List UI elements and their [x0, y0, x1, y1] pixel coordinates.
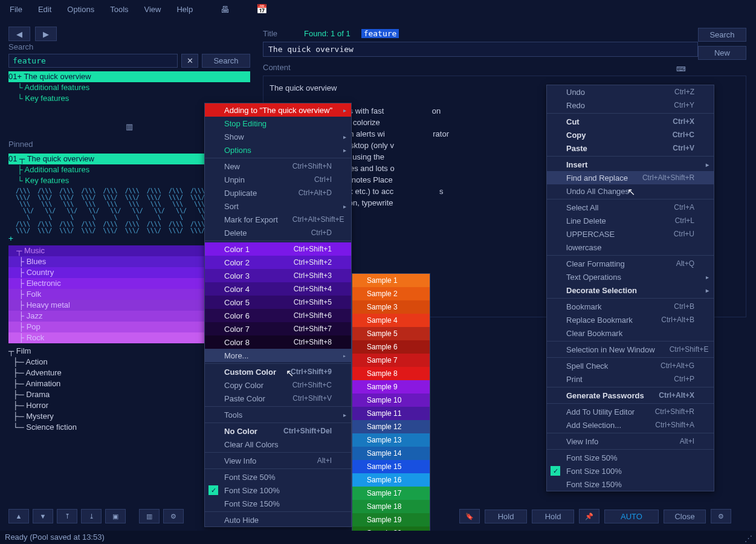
menu-color-item[interactable]: Color 4Ctrl+Shift+4 [205, 282, 351, 296]
hold-button-2[interactable]: Hold [532, 510, 574, 523]
menu-item[interactable]: BookmarkCtrl+B [547, 300, 714, 313]
new-button[interactable]: New [698, 46, 746, 60]
menu-color-item[interactable]: Color 3Ctrl+Shift+3 [205, 269, 351, 282]
sample-swatch[interactable]: Sample 14 [352, 447, 430, 460]
menu-item[interactable]: Custom ColorCtrl+Shift+9 [205, 365, 351, 378]
menu-color-item[interactable]: Color 1Ctrl+Shift+1 [205, 242, 351, 256]
menu-color-item[interactable]: Color 5Ctrl+Shift+5 [205, 296, 351, 309]
menu-stop-editing[interactable]: Stop Editing [205, 117, 351, 130]
sample-swatch[interactable]: Sample 16 [352, 473, 430, 487]
menu-item[interactable]: Generate PasswordsCtrl+Alt+X [547, 389, 714, 402]
menu-view[interactable]: View [137, 2, 169, 16]
menu-item[interactable]: Clear FormattingAlt+Q [547, 257, 714, 270]
keyboard-icon[interactable]: ⌨ [676, 65, 686, 73]
move-down-button[interactable]: ▼ [33, 509, 53, 523]
menu-item[interactable]: UPPERCASECtrl+U [547, 227, 714, 241]
sort-asc-button[interactable]: ⤒ [57, 509, 77, 523]
title-input[interactable] [263, 42, 698, 57]
menu-item[interactable]: RedoCtrl+Y [547, 99, 714, 112]
menu-item[interactable]: Selection in New WindowCtrl+Shift+E [547, 343, 714, 356]
sample-swatch[interactable]: Sample 1 [352, 274, 430, 287]
menu-item[interactable]: ✓Font Size 100% [205, 484, 351, 497]
search-button[interactable]: Search [202, 54, 250, 68]
menu-file[interactable]: File [2, 2, 30, 16]
menu-item[interactable]: Font Size 150% [205, 497, 351, 510]
close-button[interactable]: Close [664, 510, 706, 523]
menu-item[interactable]: Line DeleteCtrl+L [547, 214, 714, 227]
sample-swatch[interactable]: Sample 10 [352, 393, 430, 407]
menu-item[interactable]: Add To Utility EditorCtrl+Shift+R [547, 405, 714, 418]
menu-color-item[interactable]: Color 7Ctrl+Shift+7 [205, 322, 351, 335]
settings2-icon[interactable]: ⚙ [711, 509, 731, 523]
sample-swatch[interactable]: Sample 12 [352, 420, 430, 433]
menu-item[interactable]: No ColorCtrl+Shift+Del [205, 424, 351, 438]
menu-item[interactable]: PasteCtrl+V [547, 141, 714, 155]
clear-search-button[interactable]: ✕ [181, 54, 198, 68]
menu-item[interactable]: Decorate Selection [547, 283, 714, 297]
sample-swatch[interactable]: Sample 2 [352, 287, 430, 300]
move-up-button[interactable]: ▲ [8, 509, 29, 523]
menu-item[interactable]: Undo All Changes [547, 184, 714, 198]
settings-icon[interactable]: ⚙ [163, 509, 184, 523]
menu-item[interactable]: Select AllCtrl+A [547, 201, 714, 214]
search-input[interactable] [8, 54, 178, 68]
sample-swatch[interactable]: Sample 4 [352, 314, 430, 327]
menu-edit[interactable]: Edit [31, 2, 59, 16]
auto-button[interactable]: AUTO [604, 510, 659, 523]
next-button[interactable]: ▶ [35, 27, 57, 41]
sample-swatch[interactable]: Sample 13 [352, 433, 430, 447]
menu-item[interactable]: Insert [547, 158, 714, 171]
menu-item[interactable]: DeleteCtrl+D [205, 226, 351, 239]
tree-item[interactable]: └ Additional features [8, 82, 250, 93]
menu-item[interactable]: Mark for ExportCtrl+Alt+Shift+E [205, 213, 351, 226]
sample-swatch[interactable]: Sample 6 [352, 340, 430, 354]
menu-tools[interactable]: Tools [205, 408, 351, 421]
printer-icon[interactable]: 🖶 [215, 2, 236, 17]
menu-item[interactable]: ✓Font Size 100% [547, 464, 714, 478]
calendar-icon[interactable]: 📅 [250, 1, 274, 17]
menu-item[interactable]: Clear All Colors [205, 438, 351, 451]
menu-item[interactable]: Show [205, 130, 351, 143]
hold-button-1[interactable]: Hold [485, 510, 527, 523]
menu-item[interactable]: View InfoAlt+I [205, 454, 351, 467]
sample-swatch[interactable]: Sample 18 [352, 500, 430, 513]
prev-button[interactable]: ◀ [8, 27, 30, 41]
menu-color-item[interactable]: Color 2Ctrl+Shift+2 [205, 256, 351, 269]
group-button[interactable]: ▣ [105, 509, 126, 523]
sample-swatch[interactable]: Sample 15 [352, 460, 430, 473]
menu-item[interactable]: CutCtrl+X [547, 115, 714, 128]
drag-handle-icon[interactable]: ▥ [126, 122, 133, 131]
menu-item[interactable]: Sort [205, 199, 351, 213]
tree-item-selected[interactable]: 01+ The quick overview [8, 71, 250, 82]
menu-item[interactable]: Copy ColorCtrl+Shift+C [205, 378, 351, 392]
menu-color-item[interactable]: Color 6Ctrl+Shift+6 [205, 309, 351, 322]
sample-swatch[interactable]: Sample 5 [352, 327, 430, 340]
menu-item[interactable]: Add Selection...Ctrl+Shift+A [547, 418, 714, 432]
menu-item[interactable]: UndoCtrl+Z [547, 85, 714, 99]
menu-tools[interactable]: Tools [103, 2, 135, 16]
resize-grip-icon[interactable]: ⋰ [745, 534, 752, 543]
menu-item[interactable]: lowercase [547, 241, 714, 254]
menu-item[interactable]: View InfoAlt+I [547, 435, 714, 448]
sample-swatch[interactable]: Sample 17 [352, 487, 430, 500]
sample-swatch[interactable]: Sample 11 [352, 407, 430, 420]
sample-swatch[interactable]: Sample 7 [352, 354, 430, 367]
menu-item[interactable]: Font Size 50% [547, 451, 714, 464]
menu-item[interactable]: CopyCtrl+C [547, 128, 714, 141]
menu-item[interactable]: NewCtrl+Shift+N [205, 160, 351, 173]
menu-item[interactable]: Clear Bookmark [547, 326, 714, 340]
menu-item[interactable]: Paste ColorCtrl+Shift+V [205, 392, 351, 405]
sample-swatch[interactable]: Sample 9 [352, 380, 430, 393]
result-tree[interactable]: 01+ The quick overview └ Additional feat… [8, 71, 250, 104]
sort-desc-button[interactable]: ⤓ [81, 509, 102, 523]
menu-item[interactable]: Font Size 50% [205, 470, 351, 484]
menu-options[interactable]: Options [60, 2, 102, 16]
menu-color-item[interactable]: Color 8Ctrl+Shift+8 [205, 335, 351, 349]
menu-adding-to[interactable]: Adding to "The quick overview" [205, 103, 351, 117]
bookmark-icon[interactable]: 🔖 [459, 509, 480, 523]
menu-item[interactable]: Find and ReplaceCtrl+Alt+Shift+R [547, 171, 714, 184]
sample-swatch[interactable]: Sample 19 [352, 513, 430, 526]
pin-icon[interactable]: 📌 [579, 509, 599, 523]
menu-item[interactable]: PrintCtrl+P [547, 372, 714, 386]
sample-swatch[interactable]: Sample 3 [352, 300, 430, 314]
